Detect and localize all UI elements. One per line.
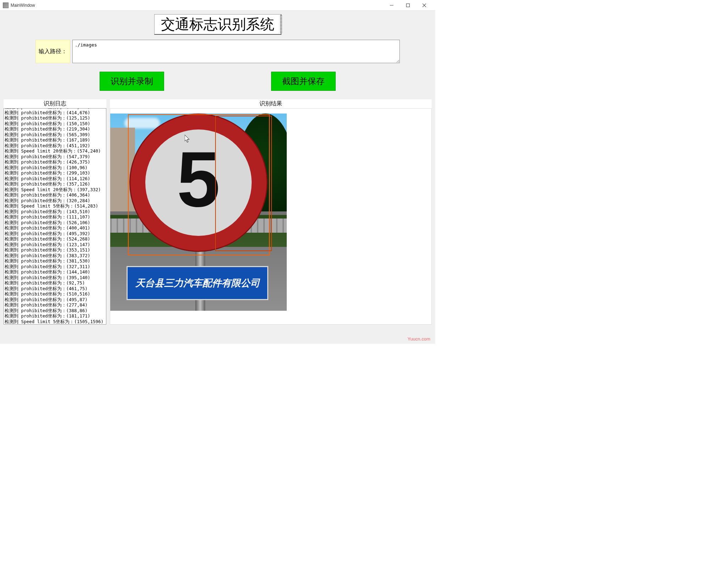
- result-panel: 5 天台县三力汽车配件有限公司: [110, 108, 432, 325]
- log-line: 检测到 prohibited坐标为：(353,151): [5, 247, 105, 253]
- log-panel-title: 识别日志: [4, 99, 106, 108]
- minimize-button[interactable]: [383, 0, 400, 10]
- recognize-record-button[interactable]: 识别并录制: [100, 72, 164, 91]
- input-path-field[interactable]: [72, 40, 400, 63]
- log-line: 检测到 prohibited坐标为：(451,192): [5, 143, 105, 149]
- log-line: 检测到 prohibited坐标为：(144,140): [5, 269, 105, 275]
- log-line: 检测到 prohibited坐标为：(526,106): [5, 220, 105, 226]
- log-line: 检测到 prohibited坐标为：(495,87): [5, 297, 105, 303]
- watermark: Yuucn.com: [408, 336, 430, 342]
- log-line: 检测到 prohibited坐标为：(100,96): [5, 165, 105, 171]
- log-line: 检测到 prohibited坐标为：(383,372): [5, 253, 105, 259]
- log-line: 检测到 prohibited坐标为：(524,268): [5, 236, 105, 242]
- log-line: 检测到 prohibited坐标为：(167,189): [5, 137, 105, 143]
- log-line: 检测到 prohibited坐标为：(495,392): [5, 231, 105, 237]
- log-line: 检测到 prohibited坐标为：(414,676): [5, 110, 105, 116]
- log-line: 检测到 prohibited坐标为：(426,375): [5, 159, 105, 165]
- cursor-icon: [185, 135, 191, 143]
- detection-box: [215, 116, 272, 251]
- app-icon: [3, 2, 9, 8]
- svg-rect-1: [407, 4, 410, 7]
- maximize-button[interactable]: [400, 0, 416, 10]
- log-line: 检测到 prohibited坐标为：(143,510): [5, 209, 105, 215]
- log-line: 检测到 prohibited坐标为：(277,84): [5, 302, 105, 308]
- log-line: 检测到 prohibited坐标为：(150,150): [5, 121, 105, 127]
- page-title: 交通标志识别系统: [154, 14, 281, 35]
- result-image: 5 天台县三力汽车配件有限公司: [110, 114, 287, 311]
- log-line: 检测到 prohibited坐标为：(547,379): [5, 154, 105, 160]
- window-title: MainWindow: [11, 3, 383, 8]
- log-line: 检测到 prohibited坐标为：(299,103): [5, 170, 105, 176]
- input-path-label: 输入路径：: [35, 40, 70, 63]
- log-line: 检测到 prohibited坐标为：(219,304): [5, 126, 105, 132]
- log-line: 检测到 prohibited坐标为：(123,147): [5, 242, 105, 248]
- log-line: 检测到 prohibited坐标为：(114,126): [5, 176, 105, 182]
- log-line: 检测到 prohibited坐标为：(125,125): [5, 115, 105, 121]
- log-list[interactable]: 检测到 prohibited坐标为：(667,404)检测到 prohibite…: [4, 108, 106, 325]
- titlebar: MainWindow: [0, 0, 435, 11]
- close-button[interactable]: [416, 0, 432, 10]
- log-line: 检测到 prohibited坐标为：(92,75): [5, 280, 105, 286]
- window-controls: [383, 0, 432, 10]
- log-line: 检测到 prohibited坐标为：(357,126): [5, 181, 105, 187]
- log-line: 检测到 prohibited坐标为：(327,311): [5, 264, 105, 270]
- log-line: 检测到 Speed limit 20坐标为：(574,240): [5, 148, 105, 154]
- log-line: 检测到 prohibited坐标为：(565,309): [5, 132, 105, 138]
- log-line: 检测到 prohibited坐标为：(381,530): [5, 258, 105, 264]
- log-line: 检测到 prohibited坐标为：(395,140): [5, 275, 105, 281]
- log-line: 检测到 prohibited坐标为：(406,364): [5, 192, 105, 198]
- log-line: 检测到 prohibited坐标为：(667,404): [5, 108, 105, 110]
- log-line: 检测到 Speed limit 5坐标为：(514,283): [5, 203, 105, 209]
- log-line: 检测到 Speed limit 20坐标为：(397,332): [5, 187, 105, 193]
- log-line: 检测到 prohibited坐标为：(320,284): [5, 198, 105, 204]
- blue-sign-text: 天台县三力汽车配件有限公司: [127, 266, 268, 300]
- log-line: 检测到 prohibited坐标为：(461,75): [5, 286, 105, 292]
- log-line: 检测到 prohibited坐标为：(388,86): [5, 308, 105, 314]
- result-panel-title: 识别结果: [110, 99, 432, 108]
- log-line: 检测到 prohibited坐标为：(111,107): [5, 214, 105, 220]
- log-line: 检测到 prohibited坐标为：(510,516): [5, 291, 105, 297]
- log-line: 检测到 prohibited坐标为：(181,171): [5, 313, 105, 319]
- screenshot-save-button[interactable]: 截图并保存: [271, 72, 336, 91]
- log-line: 检测到 prohibited坐标为：(400,401): [5, 225, 105, 231]
- log-line: 检测到 Speed limit 5坐标为：(1505,1596): [5, 319, 105, 325]
- content-area: 交通标志识别系统 输入路径： 识别并录制 截图并保存 识别日志 检测到 proh…: [0, 11, 435, 344]
